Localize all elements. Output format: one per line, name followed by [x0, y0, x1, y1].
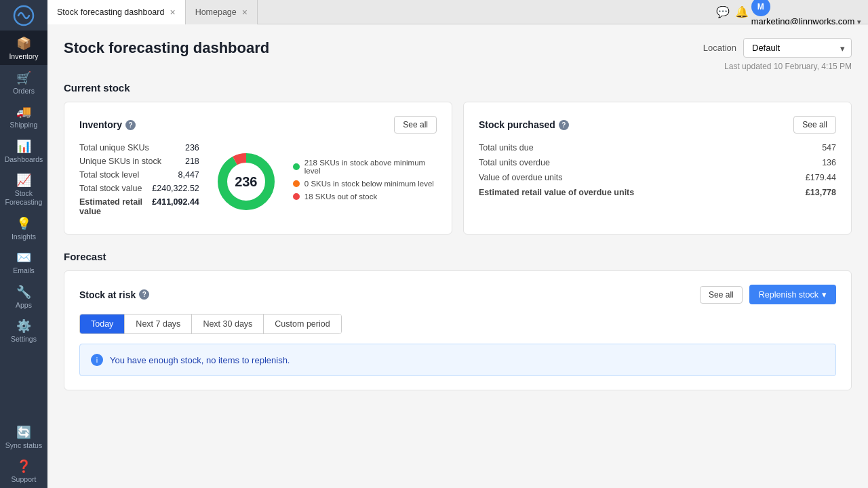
current-stock-cards: Inventory ? See all Total unique SKUs 23…: [64, 102, 852, 235]
replenish-chevron-icon: ▾: [822, 289, 827, 300]
donut-chart: 236: [216, 151, 277, 212]
sync-icon: 🔄: [16, 426, 31, 439]
inventory-card-title: Inventory ?: [79, 119, 136, 130]
page-title-row: Stock forecasting dashboard Location Def…: [64, 38, 852, 58]
p-stat-label-2: Value of overdue units: [479, 173, 562, 182]
sidebar-item-orders-label: Orders: [13, 87, 35, 96]
sidebar-item-insights[interactable]: 💡 Insights: [0, 211, 47, 245]
legend-text-1: 0 SKUs in stock below minimum level: [304, 180, 434, 188]
sidebar-item-inventory-label: Inventory: [9, 52, 38, 61]
sidebar-item-support[interactable]: ❓ Support: [0, 453, 47, 488]
forecast-title: Stock at risk ?: [79, 289, 149, 300]
inventory-legend: 218 SKUs in stock above minimum level 0 …: [293, 159, 437, 205]
tab-stock-forecasting-close[interactable]: ×: [170, 7, 175, 17]
period-tab-today[interactable]: Today: [80, 314, 125, 333]
donut-number: 236: [235, 174, 257, 190]
p-stat-value-1: 136: [822, 158, 836, 167]
p-stat-row-1: Total units overdue 136: [479, 158, 836, 167]
forecast-see-all-button[interactable]: See all: [700, 286, 743, 304]
app-container: Stock forecasting dashboard × Homepage ×…: [47, 0, 868, 488]
period-tab-custom[interactable]: Custom period: [264, 314, 340, 333]
tab-homepage[interactable]: Homepage ×: [186, 0, 258, 24]
stat-label-2: Total stock level: [79, 170, 139, 180]
legend-item-1: 0 SKUs in stock below minimum level: [293, 180, 437, 188]
sidebar-item-dashboards[interactable]: 📊 Dashboards: [0, 134, 47, 168]
stat-row-4: Estimated retail value £411,092.44: [79, 197, 199, 216]
logo[interactable]: [0, 0, 47, 30]
tab-bar: Stock forecasting dashboard × Homepage ×…: [47, 0, 868, 24]
inventory-icon: 📦: [16, 37, 31, 49]
p-stat-row-3: Estimated retail value of overdue units …: [479, 188, 836, 197]
replenish-stock-button[interactable]: Replenish stock ▾: [749, 285, 836, 304]
support-icon: ❓: [16, 460, 31, 472]
main-content: Stock forecasting dashboard Location Def…: [47, 24, 868, 488]
sidebar-item-shipping[interactable]: 🚚 Shipping: [0, 99, 47, 134]
tab-homepage-label: Homepage: [195, 7, 237, 17]
purchased-info-icon[interactable]: ?: [559, 120, 569, 130]
stat-value-4: £411,092.44: [152, 197, 199, 216]
sidebar-item-emails-label: Emails: [13, 266, 35, 275]
bell-icon-btn[interactable]: 🔔: [732, 3, 751, 21]
sidebar-item-support-label: Support: [12, 475, 37, 484]
sidebar: 📦 Inventory 🛒 Orders 🚚 Shipping 📊 Dashbo…: [0, 0, 47, 488]
legend-text-0: 218 SKUs in stock above minimum level: [304, 159, 437, 175]
stat-label-4: Estimated retail value: [79, 197, 152, 216]
chat-icon-btn[interactable]: 💬: [713, 3, 732, 21]
legend-dot-red: [293, 193, 300, 200]
tab-stock-forecasting[interactable]: Stock forecasting dashboard ×: [47, 0, 186, 24]
purchased-see-all-button[interactable]: See all: [793, 116, 836, 134]
emails-icon: ✉️: [16, 251, 31, 264]
purchased-card: Stock purchased ? See all Total units du…: [463, 102, 852, 235]
inventory-body: Total unique SKUs 236 Unique SKUs in sto…: [79, 143, 437, 220]
sidebar-item-apps[interactable]: 🔧 Apps: [0, 279, 47, 314]
last-updated: Last updated 10 February, 4:15 PM: [64, 62, 852, 71]
inventory-info-icon[interactable]: ?: [125, 120, 136, 130]
info-message-text: You have enough stock, no items to reple…: [110, 355, 290, 365]
stat-value-2: 8,447: [178, 170, 199, 180]
location-select-wrapper: Default: [743, 38, 852, 58]
stat-label-0: Total unique SKUs: [79, 143, 149, 152]
period-tabs: Today Next 7 days Next 30 days Custom pe…: [79, 314, 342, 334]
location-select[interactable]: Default: [743, 38, 852, 58]
location-label: Location: [703, 43, 736, 53]
sidebar-item-insights-label: Insights: [12, 232, 36, 241]
sidebar-item-stock-forecasting-label: Stock Forecasting: [3, 189, 44, 206]
period-tab-7days[interactable]: Next 7 days: [125, 314, 192, 333]
forecast-header: Stock at risk ? See all Replenish stock …: [79, 285, 836, 304]
dashboards-icon: 📊: [16, 140, 31, 152]
tab-homepage-close[interactable]: ×: [242, 7, 248, 17]
purchased-card-title: Stock purchased ?: [479, 119, 569, 130]
legend-dot-green: [293, 163, 300, 170]
sidebar-item-settings-label: Settings: [11, 335, 37, 344]
stat-value-0: 236: [185, 143, 199, 152]
sidebar-item-sync-label: Sync status: [5, 441, 42, 450]
p-stat-label-0: Total units due: [479, 143, 534, 152]
sidebar-item-stock-forecasting[interactable]: 📈 Stock Forecasting: [0, 167, 47, 210]
sidebar-item-inventory[interactable]: 📦 Inventory: [0, 30, 47, 65]
sidebar-item-settings[interactable]: ⚙️ Settings: [0, 313, 47, 348]
inventory-see-all-button[interactable]: See all: [394, 116, 437, 134]
forecast-info-icon[interactable]: ?: [139, 289, 149, 300]
period-tab-30days[interactable]: Next 30 days: [192, 314, 264, 333]
forecast-card: Stock at risk ? See all Replenish stock …: [64, 270, 852, 390]
sidebar-item-emails[interactable]: ✉️ Emails: [0, 245, 47, 279]
stat-label-1: Unique SKUs in stock: [79, 157, 161, 166]
settings-icon: ⚙️: [16, 320, 31, 332]
sidebar-item-shipping-label: Shipping: [10, 121, 38, 129]
insights-icon: 💡: [16, 218, 31, 230]
replenish-stock-label: Replenish stock: [759, 290, 818, 300]
sidebar-item-dashboards-label: Dashboards: [5, 155, 43, 164]
shipping-icon: 🚚: [16, 106, 31, 118]
sidebar-item-orders[interactable]: 🛒 Orders: [0, 65, 47, 100]
p-stat-label-1: Total units overdue: [479, 158, 550, 167]
stat-label-3: Total stock value: [79, 184, 142, 193]
stat-value-1: 218: [185, 157, 199, 166]
user-badge[interactable]: M marketing@linnworks.com ▾: [751, 0, 861, 26]
stat-row-3: Total stock value £240,322.52: [79, 184, 199, 193]
orders-icon: 🛒: [16, 72, 31, 84]
inventory-card-header: Inventory ? See all: [79, 116, 437, 134]
stat-row-0: Total unique SKUs 236: [79, 143, 199, 152]
sidebar-item-sync-status[interactable]: 🔄 Sync status: [0, 420, 47, 454]
purchased-card-header: Stock purchased ? See all: [479, 116, 836, 134]
forecast-heading: Forecast: [64, 251, 852, 262]
